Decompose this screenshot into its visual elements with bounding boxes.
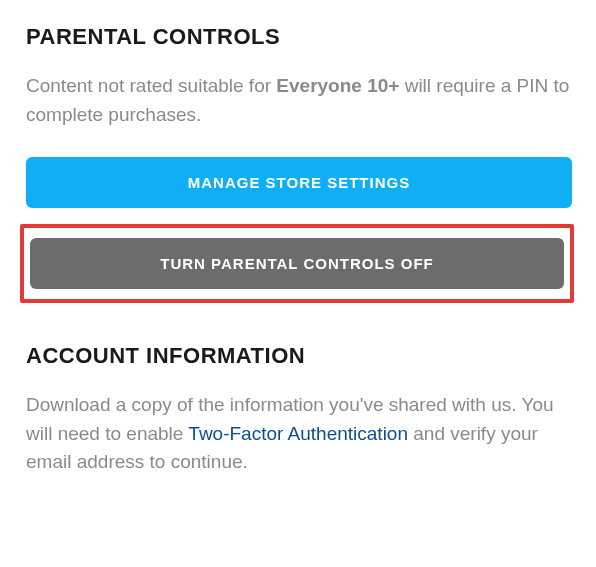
parental-controls-title: PARENTAL CONTROLS <box>26 24 572 50</box>
highlighted-callout: TURN PARENTAL CONTROLS OFF <box>20 224 574 303</box>
manage-store-settings-button[interactable]: MANAGE STORE SETTINGS <box>26 157 572 208</box>
account-information-section: ACCOUNT INFORMATION Download a copy of t… <box>26 343 572 477</box>
parental-desc-pre: Content not rated suitable for <box>26 75 276 96</box>
turn-parental-controls-off-button[interactable]: TURN PARENTAL CONTROLS OFF <box>30 238 564 289</box>
parental-controls-section: PARENTAL CONTROLS Content not rated suit… <box>26 24 572 303</box>
two-factor-authentication-link[interactable]: Two-Factor Authentication <box>188 423 408 444</box>
account-information-title: ACCOUNT INFORMATION <box>26 343 572 369</box>
account-information-description: Download a copy of the information you'v… <box>26 391 572 477</box>
parental-desc-rating: Everyone 10+ <box>276 75 399 96</box>
parental-controls-description: Content not rated suitable for Everyone … <box>26 72 572 129</box>
